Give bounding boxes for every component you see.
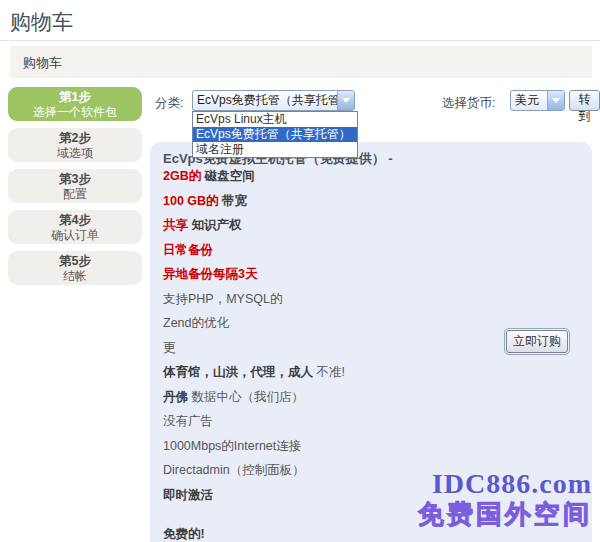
category-select[interactable]: EcVps免费托管（共享托管） xyxy=(192,90,355,111)
feature-text: 更 xyxy=(163,341,176,355)
step-number: 第4步 xyxy=(59,213,91,228)
step-number: 第3步 xyxy=(59,172,91,187)
feature-text: 支持PHP，MYSQL的 xyxy=(163,292,282,306)
step-label: 选择一个软件包 xyxy=(33,105,117,119)
feature-text: 磁盘空间 xyxy=(201,169,254,183)
feature-line: 更 xyxy=(163,342,503,355)
feature-text: 带宽 xyxy=(219,194,247,208)
title-divider xyxy=(0,40,600,41)
category-options-list: EcVps Linux主机EcVps免费托管（共享托管）域名注册 xyxy=(192,111,358,158)
feature-text: 体育馆，山洪，代理，成人 xyxy=(163,365,313,379)
category-selected-value: EcVps免费托管（共享托管） xyxy=(193,92,337,109)
sidebar-step-5[interactable]: 第5步结帐 xyxy=(8,251,142,285)
chevron-down-icon[interactable] xyxy=(337,91,354,110)
chevron-down-icon[interactable] xyxy=(547,91,564,110)
category-label: 分类: xyxy=(155,95,183,112)
feature-text: 免费的! xyxy=(163,527,205,541)
currency-selected-value: 美元 xyxy=(511,92,547,109)
sidebar-step-4[interactable]: 第4步确认订单 xyxy=(8,210,142,244)
step-number: 第2步 xyxy=(59,131,91,146)
feature-text: 异地备份每隔3天 xyxy=(163,267,257,281)
order-now-button[interactable]: 立即订购 xyxy=(506,330,568,353)
feature-text: 即时激活 xyxy=(163,488,213,502)
feature-line: 丹佛 数据中心（我们店） xyxy=(163,391,503,404)
feature-line: 体育馆，山洪，代理，成人 不准! xyxy=(163,366,503,379)
currency-select[interactable]: 美元 xyxy=(510,90,565,111)
feature-text: 100 GB的 xyxy=(163,194,219,208)
step-label: 配置 xyxy=(63,187,87,201)
feature-line: 共享 知识产权 xyxy=(163,219,503,232)
feature-text: 数据中心（我们店） xyxy=(188,390,304,404)
page-title: 购物车 xyxy=(10,8,73,36)
currency-go-button[interactable]: 转到 xyxy=(569,90,600,111)
feature-text: 丹佛 xyxy=(163,390,188,404)
feature-line: 1000Mbps的Internet连接 xyxy=(163,440,503,453)
feature-line: Directadmin（控制面板） xyxy=(163,464,503,477)
step-label: 结帐 xyxy=(63,269,87,283)
step-label: 域选项 xyxy=(57,146,93,160)
category-option-2[interactable]: EcVps免费托管（共享托管） xyxy=(193,127,357,142)
feature-line: 100 GB的 带宽 xyxy=(163,195,503,208)
feature-text: 2GB的 xyxy=(163,169,201,183)
feature-line: 即时激活 xyxy=(163,489,503,502)
feature-line: 支持PHP，MYSQL的 xyxy=(163,293,503,306)
feature-text: 知识产权 xyxy=(188,218,241,232)
sidebar-step-2[interactable]: 第2步域选项 xyxy=(8,128,142,162)
category-option-3[interactable]: 域名注册 xyxy=(193,142,357,157)
product-panel: EcVps免费虚拟主机托管（免费提供） - 2GB的 磁盘空间100 GB的 带… xyxy=(150,142,592,542)
sidebar-step-1[interactable]: 第1步选择一个软件包 xyxy=(8,87,142,121)
feature-text: 不准! xyxy=(313,365,345,379)
currency-label: 选择货币: xyxy=(442,95,495,112)
breadcrumb: 购物车 xyxy=(10,46,592,78)
steps-sidebar: 第1步选择一个软件包第2步域选项第3步配置第4步确认订单第5步结帐 xyxy=(8,87,142,292)
step-number: 第5步 xyxy=(59,254,91,269)
feature-text: Zend的优化 xyxy=(163,316,229,330)
sidebar-step-3[interactable]: 第3步配置 xyxy=(8,169,142,203)
feature-text: 日常备份 xyxy=(163,243,213,257)
breadcrumb-cart-link[interactable]: 购物车 xyxy=(23,54,62,72)
feature-text: 没有广告 xyxy=(163,414,213,428)
feature-line: 没有广告 xyxy=(163,415,503,428)
order-button-outline: 立即订购 xyxy=(504,328,570,355)
product-feature-list: 2GB的 磁盘空间100 GB的 带宽共享 知识产权日常备份异地备份每隔3天支持… xyxy=(163,170,503,542)
step-label: 确认订单 xyxy=(51,228,99,242)
feature-line: 免费的! xyxy=(163,528,503,541)
feature-text: Directadmin（控制面板） xyxy=(163,463,305,477)
feature-text: 共享 xyxy=(163,218,188,232)
feature-line: 日常备份 xyxy=(163,244,503,257)
feature-line: Zend的优化 xyxy=(163,317,503,330)
category-option-1[interactable]: EcVps Linux主机 xyxy=(193,112,357,127)
feature-line: 2GB的 磁盘空间 xyxy=(163,170,503,183)
step-number: 第1步 xyxy=(59,90,91,105)
shopping-cart-page: 购物车 购物车 第1步选择一个软件包第2步域选项第3步配置第4步确认订单第5步结… xyxy=(0,0,600,542)
feature-line: 异地备份每隔3天 xyxy=(163,268,503,281)
feature-text: 1000Mbps的Internet连接 xyxy=(163,439,301,453)
